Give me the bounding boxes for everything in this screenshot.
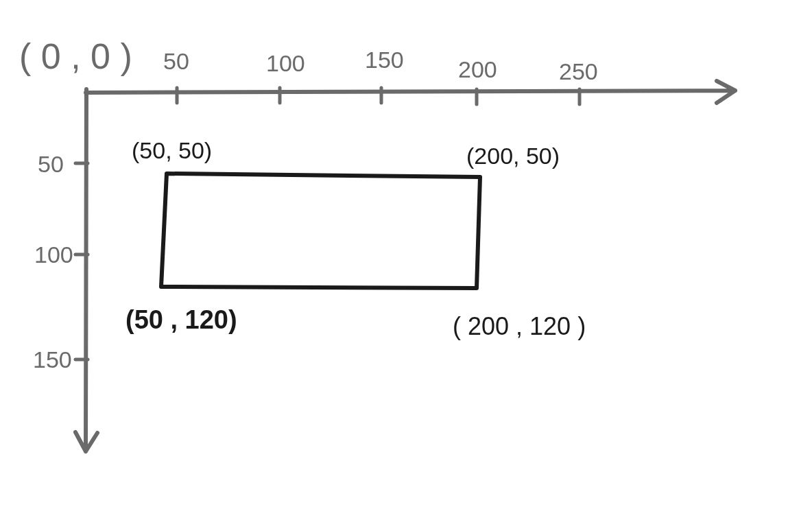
axes-svg — [0, 0, 812, 520]
coordinate-diagram: ( 0 , 0 ) 50 100 150 200 250 50 100 150 … — [0, 0, 812, 520]
y-tick-label: 50 — [38, 151, 64, 178]
corner-label-top-left: (50, 50) — [132, 137, 212, 164]
x-tick-label: 100 — [266, 50, 305, 77]
corner-label-bottom-left: (50 , 120) — [126, 305, 237, 335]
x-tick-label: 150 — [365, 47, 404, 73]
x-tick-label: 50 — [163, 48, 189, 75]
x-tick-label: 250 — [559, 58, 598, 85]
rectangle-shape — [161, 174, 480, 288]
corner-label-top-right: (200, 50) — [466, 143, 560, 169]
x-tick-label: 200 — [458, 56, 497, 83]
y-axis-line — [75, 89, 97, 451]
y-tick-label: 100 — [34, 241, 73, 268]
origin-label: ( 0 , 0 ) — [19, 36, 132, 77]
x-axis-line — [86, 81, 735, 103]
corner-label-bottom-right: ( 200 , 120 ) — [453, 312, 586, 341]
y-tick-label: 150 — [33, 346, 72, 373]
